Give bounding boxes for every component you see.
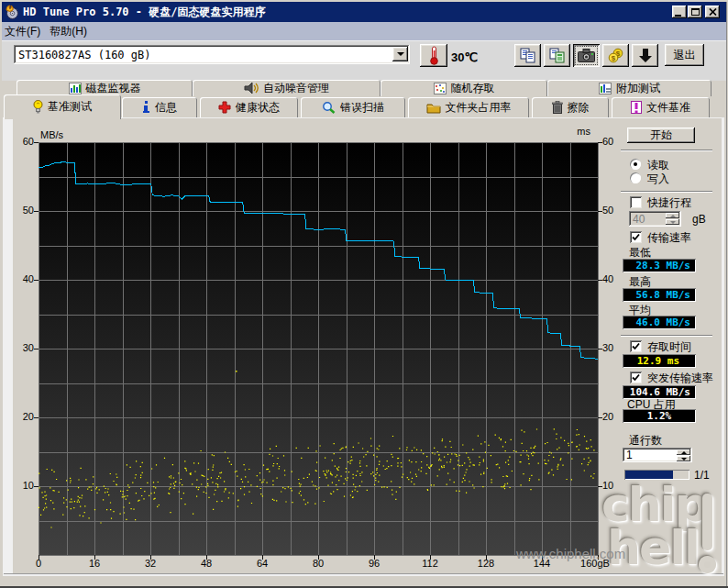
health-cross-icon [218, 101, 231, 114]
copy-image-icon [549, 48, 565, 63]
focus-rect [576, 47, 597, 64]
chiphell-logo-bar [702, 494, 712, 550]
tab-label: 擦除 [568, 100, 590, 116]
temperature-button[interactable] [420, 44, 447, 67]
exit-button-label: 退出 [674, 48, 696, 63]
y-axis-right-label-50: 50 [602, 205, 630, 216]
tab-noise-management[interactable]: 自动噪音管理 [193, 80, 381, 96]
access-time-value: 12.9 ms [623, 354, 696, 368]
tab-label: 随机存取 [451, 81, 495, 96]
app-icon [5, 5, 19, 19]
x-axis-label-16: 16 [76, 558, 113, 569]
tab-file-benchmark[interactable]: 文件基准 [612, 97, 710, 117]
y-axis-left-label-60: 60 [10, 136, 34, 148]
chevron-down-icon [397, 52, 404, 56]
tab-erase[interactable]: 擦除 [532, 97, 609, 117]
burst-rate-checkbox[interactable] [630, 372, 642, 383]
check-icon [632, 233, 640, 241]
separator-2 [621, 191, 712, 193]
tab-extra-tests[interactable]: 附加测试 [547, 80, 711, 96]
y-axis-right-label-40: 40 [602, 273, 630, 285]
x-axis-label-48: 48 [188, 558, 225, 569]
tab-error-scan[interactable]: 错误扫描 [301, 97, 405, 117]
exit-button[interactable]: 退出 [665, 44, 704, 66]
magnifier-icon [322, 101, 336, 114]
start-button-label: 开始 [650, 128, 672, 143]
copy-image-button[interactable] [544, 44, 570, 67]
menu-file[interactable]: 文件(F) [2, 22, 47, 40]
coins-icon: $$ [608, 48, 624, 63]
tab-info[interactable]: 信息 [122, 97, 197, 117]
close-button[interactable] [705, 6, 720, 18]
min-value: 28.3 MB/s [623, 259, 696, 272]
start-button[interactable]: 开始 [627, 128, 695, 143]
y-axis-left-label-50: 50 [10, 205, 34, 216]
access-time-checkbox[interactable] [630, 340, 642, 352]
read-radio[interactable] [630, 159, 641, 170]
write-radio-label: 写入 [647, 172, 669, 187]
burst-rate-label: 突发传输速率 [647, 371, 713, 386]
check-icon [632, 342, 640, 350]
x-axis-label-64: 64 [244, 558, 281, 569]
spin-down-button[interactable] [666, 219, 679, 225]
y-axis-left-label-30: 30 [10, 342, 34, 354]
x-axis-label-80: 80 [300, 558, 336, 569]
tab-label: 自动噪音管理 [263, 81, 329, 96]
window-right-edge [726, 2, 727, 586]
tab-label: 磁盘监视器 [86, 81, 141, 96]
read-radio-dot [634, 162, 637, 166]
tab-random-access[interactable]: 随机存取 [381, 80, 547, 96]
separator-3 [621, 335, 712, 337]
close-icon [709, 8, 717, 16]
pass-count-value: 1 [626, 449, 633, 461]
tab-health[interactable]: 健康状态 [200, 97, 298, 117]
drive-select[interactable]: ST3160827AS (160 gB) [14, 45, 410, 64]
pass-count-label: 通行数 [629, 433, 662, 449]
trash-icon [552, 101, 563, 114]
pass-count-stepper[interactable]: 1 [623, 448, 692, 462]
title-bar[interactable]: HD Tune Pro 5.70 - 硬盘/固态硬盘实用程序 [2, 2, 726, 22]
copy-text-icon [520, 48, 535, 63]
menu-bar: 文件(F) 帮助(H) [2, 22, 726, 40]
folder-icon [426, 102, 441, 114]
minimize-button[interactable] [672, 6, 687, 18]
tab-label: 基准测试 [48, 99, 92, 115]
cpu-value: 1.2% [623, 409, 696, 423]
svg-text:$: $ [611, 54, 615, 62]
maximize-button[interactable] [688, 6, 702, 18]
y-axis-right-title: ms [550, 126, 590, 137]
x-axis-label-32: 32 [132, 558, 169, 569]
screenshot-button[interactable] [573, 44, 600, 67]
short-stroke-value: 40 [633, 213, 645, 226]
transfer-rate-checkbox[interactable] [630, 231, 642, 243]
write-radio[interactable] [630, 172, 641, 183]
x-axis-label-112: 112 [412, 558, 448, 569]
tab-label: 错误扫描 [340, 100, 384, 116]
check-icon [632, 373, 640, 382]
tab-label: 信息 [155, 100, 177, 116]
separator-1 [621, 150, 712, 151]
menu-help[interactable]: 帮助(H) [47, 22, 94, 40]
drive-select-dropdown-button[interactable] [392, 47, 408, 61]
drive-select-value: ST3160827AS (160 gB) [18, 49, 151, 61]
short-stroke-stepper[interactable]: 40 [629, 211, 681, 227]
short-stroke-checkbox[interactable] [630, 196, 642, 208]
pass-spin-down-button[interactable] [677, 456, 690, 461]
download-button[interactable] [632, 44, 658, 67]
short-stroke-label: 快捷行程 [647, 195, 691, 211]
tab-label: 健康状态 [236, 100, 280, 116]
spin-up-button[interactable] [666, 213, 679, 218]
y-axis-left-label-20: 20 [10, 411, 34, 423]
tab-benchmark[interactable]: 基准测试 [4, 94, 121, 119]
maximize-icon [691, 8, 700, 16]
info-icon [142, 101, 150, 114]
tab-label: 文件基准 [646, 100, 690, 116]
registration-button[interactable]: $$ [602, 44, 629, 67]
x-axis-label-128: 128 [468, 558, 504, 569]
access-time-label: 存取时间 [647, 339, 691, 355]
chiphell-logo-ring [699, 556, 716, 573]
benchmark-chart [31, 135, 605, 563]
pass-spin-up-button[interactable] [677, 449, 690, 455]
copy-text-button[interactable] [514, 44, 541, 67]
tab-folder-usage[interactable]: 文件夹占用率 [408, 97, 529, 117]
